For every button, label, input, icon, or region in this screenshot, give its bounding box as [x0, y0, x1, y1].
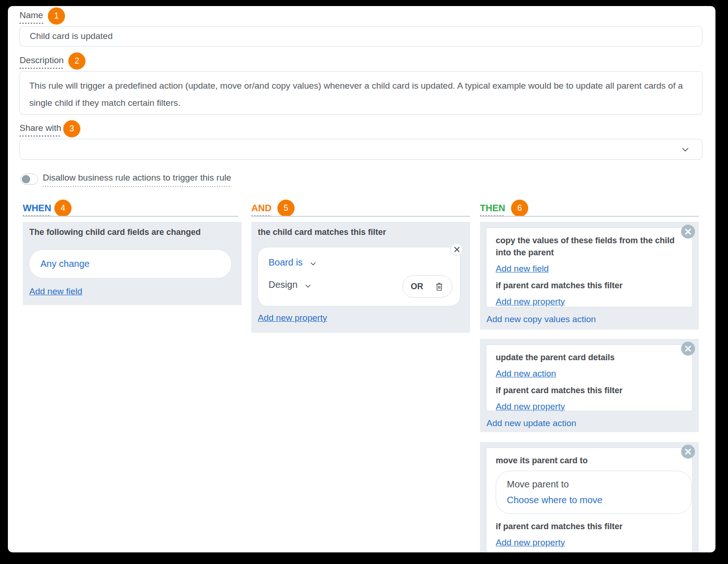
description-textarea[interactable]: This rule will trigger a predefined acti…	[20, 71, 702, 115]
then-header-divider	[480, 216, 699, 217]
and-panel-title: the child card matches this filter	[258, 227, 386, 237]
when-field-selector[interactable]: Any change	[29, 249, 232, 279]
then-header: THEN	[480, 203, 505, 216]
and-add-new-property-link[interactable]: Add new property	[258, 313, 327, 323]
and-header: AND	[251, 203, 271, 216]
move-action-card: move its parent card to Move parent to C…	[486, 447, 693, 552]
chevron-down-icon	[681, 145, 690, 154]
share-with-label: Share with	[20, 123, 61, 136]
badge-number: 1	[54, 11, 59, 21]
annotation-badge-3: 3	[63, 120, 80, 137]
choose-where-to-move-link[interactable]: Choose where to move	[507, 495, 691, 506]
update-add-new-property-link[interactable]: Add new property	[496, 402, 565, 411]
annotation-badge-6: 6	[511, 200, 528, 217]
badge-number: 5	[283, 203, 288, 213]
toggle-knob-icon	[22, 175, 30, 183]
copy-add-new-property-link[interactable]: Add new property	[496, 297, 565, 306]
update-add-new-action-link[interactable]: Add new action	[496, 369, 556, 378]
annotation-badge-1: 1	[48, 7, 65, 25]
when-panel-title: The following child card fields are chan…	[29, 227, 201, 237]
move-parent-selector[interactable]: Move parent to Choose where to move	[496, 471, 692, 514]
close-icon[interactable]	[681, 225, 695, 239]
copy-add-new-field-link[interactable]: Add new field	[496, 264, 549, 273]
chevron-down-icon	[304, 281, 312, 289]
close-icon[interactable]	[681, 445, 695, 459]
trash-icon[interactable]	[434, 282, 444, 292]
update-action-title: update the parent card details	[496, 351, 683, 363]
update-filter-title: if parent card matches this filter	[496, 384, 683, 396]
annotation-badge-2: 2	[68, 52, 85, 70]
move-add-new-property-link[interactable]: Add new property	[496, 538, 565, 547]
add-new-update-action-link[interactable]: Add new update action	[486, 418, 576, 428]
when-add-new-field-link[interactable]: Add new field	[29, 286, 82, 297]
annotation-badge-4: 4	[54, 200, 72, 217]
when-header-divider	[23, 216, 238, 217]
badge-number: 2	[74, 56, 79, 66]
badge-number: 6	[517, 203, 522, 213]
and-filter-card: Board is Design OR	[257, 247, 460, 306]
badge-number: 3	[69, 124, 74, 134]
share-with-select[interactable]	[20, 139, 702, 160]
filter-property-value: Board is	[269, 257, 302, 267]
name-input[interactable]: Child card is updated	[20, 26, 702, 46]
chevron-down-icon	[309, 259, 317, 267]
and-header-divider	[251, 216, 470, 217]
badge-number: 4	[60, 203, 65, 213]
then-move-panel: move its parent card to Move parent to C…	[480, 442, 699, 552]
description-value: This rule will trigger a predefined acti…	[29, 81, 683, 108]
or-delete-button-group[interactable]: OR	[402, 275, 453, 298]
close-icon[interactable]	[681, 342, 695, 356]
description-label: Description	[20, 55, 64, 69]
move-action-title: move its parent card to	[496, 454, 683, 467]
disallow-trigger-label: Disallow business rule actions to trigge…	[43, 173, 231, 187]
filter-property-dropdown[interactable]: Board is	[269, 257, 317, 268]
add-new-copy-values-action-link[interactable]: Add new copy values action	[486, 314, 596, 324]
move-filter-title: if parent card matches this filter	[496, 520, 683, 532]
when-header: WHEN	[23, 203, 51, 216]
update-action-card: update the parent card details Add new a…	[486, 344, 693, 411]
rule-editor-page: Name 1 Child card is updated Description…	[8, 6, 715, 552]
close-icon[interactable]	[450, 243, 463, 256]
name-label: Name	[20, 10, 43, 24]
annotation-badge-5: 5	[277, 200, 295, 217]
move-parent-label: Move parent to	[507, 479, 691, 490]
or-button[interactable]: OR	[411, 282, 423, 292]
copy-action-title: copy the values of these fields from the…	[496, 234, 683, 259]
filter-value-dropdown[interactable]: Design	[269, 279, 312, 290]
name-input-value: Child card is updated	[30, 31, 113, 41]
then-update-panel: update the parent card details Add new a…	[480, 339, 699, 432]
filter-value: Design	[269, 279, 297, 290]
when-field-value: Any change	[40, 259, 90, 269]
when-panel: The following child card fields are chan…	[23, 222, 242, 305]
disallow-trigger-toggle[interactable]	[20, 174, 38, 185]
copy-filter-title: if parent card matches this filter	[496, 279, 683, 292]
and-panel: the child card matches this filter Board…	[251, 222, 470, 333]
then-copy-panel: copy the values of these fields from the…	[480, 222, 699, 330]
copy-action-card: copy the values of these fields from the…	[486, 227, 693, 307]
